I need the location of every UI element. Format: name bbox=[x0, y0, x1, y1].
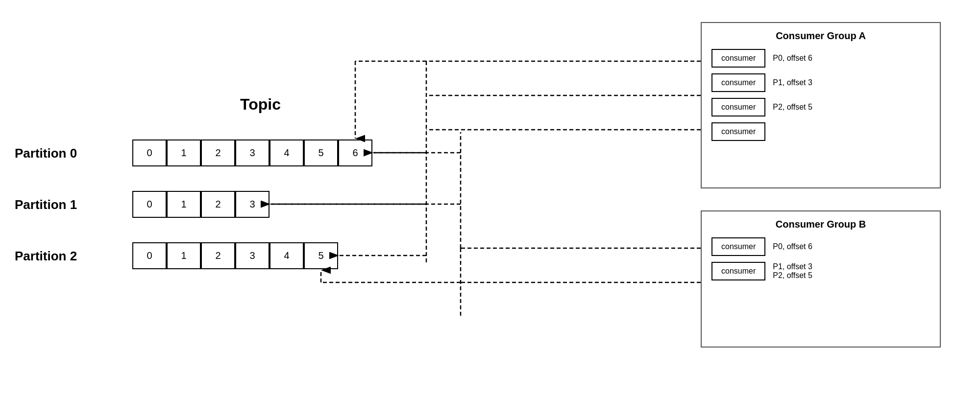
topic-label: Topic bbox=[240, 95, 281, 114]
consumer-a-0: consumer bbox=[711, 49, 765, 68]
cell: 2 bbox=[201, 191, 235, 218]
partition-0-label: Partition 0 bbox=[15, 146, 77, 161]
cell: 1 bbox=[167, 139, 201, 166]
consumer-a-offset-2: P2, offset 5 bbox=[773, 103, 812, 112]
consumer-b-row-1: consumer P1, offset 3 P2, offset 5 bbox=[711, 262, 930, 280]
consumer-a-offset-0: P0, offset 6 bbox=[773, 54, 812, 63]
consumer-a-row-3: consumer bbox=[711, 122, 930, 141]
cell: 3 bbox=[235, 242, 270, 269]
cell: 0 bbox=[132, 191, 167, 218]
consumer-a-row-2: consumer P2, offset 5 bbox=[711, 98, 930, 116]
consumer-a-1: consumer bbox=[711, 73, 765, 92]
cell: 0 bbox=[132, 242, 167, 269]
consumer-a-row-0: consumer P0, offset 6 bbox=[711, 49, 930, 68]
consumer-b-0: consumer bbox=[711, 237, 765, 256]
partition-1-row: 0 1 2 3 bbox=[132, 191, 270, 218]
consumer-group-a-box: Consumer Group A consumer P0, offset 6 c… bbox=[701, 22, 941, 188]
consumer-group-a-title: Consumer Group A bbox=[711, 30, 930, 42]
consumer-b-offset-0: P0, offset 6 bbox=[773, 242, 812, 251]
cell: 2 bbox=[201, 139, 235, 166]
diagram-container: Topic Partition 0 0 1 2 3 4 5 6 Partitio… bbox=[0, 0, 980, 418]
cell: 5 bbox=[304, 139, 338, 166]
consumer-b-1: consumer bbox=[711, 262, 765, 280]
cell: 3 bbox=[235, 139, 270, 166]
cell: 4 bbox=[270, 242, 304, 269]
partition-1-label: Partition 1 bbox=[15, 197, 77, 212]
cell: 3 bbox=[235, 191, 270, 218]
consumer-a-3: consumer bbox=[711, 122, 765, 141]
partition-2-row: 0 1 2 3 4 5 bbox=[132, 242, 338, 269]
partition-2-label: Partition 2 bbox=[15, 249, 77, 264]
consumer-b-row-0: consumer P0, offset 6 bbox=[711, 237, 930, 256]
partition-0-row: 0 1 2 3 4 5 6 bbox=[132, 139, 372, 166]
cell: 4 bbox=[270, 139, 304, 166]
cell: 2 bbox=[201, 242, 235, 269]
cell: 5 bbox=[304, 242, 338, 269]
cell: 1 bbox=[167, 191, 201, 218]
consumer-group-b-title: Consumer Group B bbox=[711, 219, 930, 230]
consumer-a-row-1: consumer P1, offset 3 bbox=[711, 73, 930, 92]
cell: 1 bbox=[167, 242, 201, 269]
cell: 6 bbox=[338, 139, 372, 166]
consumer-b-offset-1: P1, offset 3 P2, offset 5 bbox=[773, 262, 812, 280]
consumer-a-2: consumer bbox=[711, 98, 765, 116]
consumer-group-b-box: Consumer Group B consumer P0, offset 6 c… bbox=[701, 210, 941, 348]
consumer-a-offset-1: P1, offset 3 bbox=[773, 78, 812, 87]
cell: 0 bbox=[132, 139, 167, 166]
